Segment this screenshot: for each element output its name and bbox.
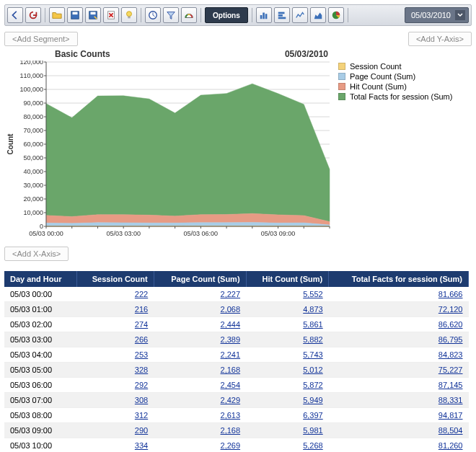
cell-session-link[interactable]: 292 bbox=[135, 381, 148, 389]
cell-session-link[interactable]: 334 bbox=[135, 441, 148, 450]
cell-total-link[interactable]: 87,145 bbox=[438, 381, 463, 389]
cell-hit-link[interactable]: 5,012 bbox=[303, 365, 323, 374]
bar-chart-button[interactable] bbox=[256, 7, 272, 23]
cell-hit: 5,268 bbox=[246, 438, 329, 453]
cell-hour: 05/03 10:00 bbox=[4, 438, 76, 453]
cell-page: 2,168 bbox=[154, 423, 246, 438]
cell-total-link[interactable]: 88,504 bbox=[438, 426, 463, 435]
cell-page-link[interactable]: 2,227 bbox=[221, 290, 241, 298]
cell-page: 2,269 bbox=[154, 438, 246, 453]
cell-total-link[interactable]: 94,817 bbox=[438, 411, 463, 420]
cell-page-link[interactable]: 2,454 bbox=[221, 381, 241, 389]
cell-session-link[interactable]: 312 bbox=[135, 411, 148, 420]
cell-hit-link[interactable]: 4,873 bbox=[303, 305, 323, 314]
legend-item: Hit Count (Sum) bbox=[338, 82, 472, 91]
svg-rect-10 bbox=[265, 14, 268, 19]
cell-hit-link[interactable]: 5,861 bbox=[303, 320, 323, 329]
cell-hit-link[interactable]: 5,743 bbox=[303, 350, 323, 359]
cell-page-link[interactable]: 2,444 bbox=[221, 320, 241, 329]
col-day-hour[interactable]: Day and Hour bbox=[4, 271, 76, 287]
cell-page-link[interactable]: 2,168 bbox=[221, 426, 241, 435]
svg-text:40,000: 40,000 bbox=[23, 168, 43, 175]
cell-hit-link[interactable]: 5,949 bbox=[303, 396, 323, 404]
svg-text:05/03 00:00: 05/03 00:00 bbox=[29, 230, 63, 237]
area-chart-button[interactable] bbox=[310, 7, 326, 23]
table-row: 05/03 07:003082,4295,94988,331 bbox=[4, 393, 469, 408]
cell-page-link[interactable]: 2,429 bbox=[221, 396, 241, 404]
table-row: 05/03 08:003122,6136,39794,817 bbox=[4, 408, 469, 423]
cell-session: 334 bbox=[76, 438, 154, 453]
cell-hour: 05/03 02:00 bbox=[4, 317, 76, 332]
cell-page-link[interactable]: 2,068 bbox=[221, 305, 241, 314]
cell-page-link[interactable]: 2,168 bbox=[221, 365, 241, 374]
table-row: 05/03 00:002222,2275,55281,666 bbox=[4, 287, 469, 302]
col-total[interactable]: Total Facts for session (Sum) bbox=[329, 271, 469, 287]
cell-session-link[interactable]: 266 bbox=[135, 335, 148, 344]
cell-session-link[interactable]: 216 bbox=[135, 305, 148, 314]
data-table: Day and Hour Session Count Page Count (S… bbox=[4, 271, 469, 452]
col-session[interactable]: Session Count bbox=[76, 271, 154, 287]
filter-button[interactable] bbox=[163, 7, 179, 23]
cell-total-link[interactable]: 72,120 bbox=[438, 305, 463, 314]
save-as-button[interactable] bbox=[85, 7, 101, 23]
cell-hit-link[interactable]: 5,552 bbox=[303, 290, 323, 298]
pie-chart-button[interactable] bbox=[328, 7, 344, 23]
cell-hour: 05/03 07:00 bbox=[4, 393, 76, 408]
cell-total-link[interactable]: 75,227 bbox=[438, 365, 463, 374]
col-page[interactable]: Page Count (Sum) bbox=[154, 271, 246, 287]
cell-total-link[interactable]: 81,666 bbox=[438, 290, 463, 298]
svg-text:0: 0 bbox=[40, 223, 43, 230]
svg-text:05/03 03:00: 05/03 03:00 bbox=[106, 230, 141, 237]
cell-total-link[interactable]: 86,795 bbox=[438, 335, 463, 344]
cell-page: 2,444 bbox=[154, 317, 246, 332]
clock-button[interactable] bbox=[145, 7, 161, 23]
line-chart-button[interactable] bbox=[292, 7, 308, 23]
cell-total-link[interactable]: 88,331 bbox=[438, 396, 463, 404]
back-button[interactable] bbox=[7, 7, 23, 23]
legend-label: Session Count bbox=[350, 62, 402, 71]
svg-rect-12 bbox=[278, 14, 283, 17]
options-button[interactable]: Options bbox=[205, 7, 248, 23]
add-segment-button[interactable]: <Add Segment> bbox=[4, 32, 78, 46]
cell-total: 87,145 bbox=[329, 378, 469, 393]
cell-page: 2,389 bbox=[154, 332, 246, 347]
cell-hit: 5,012 bbox=[246, 363, 329, 378]
refresh-button[interactable] bbox=[25, 7, 41, 23]
cell-session-link[interactable]: 290 bbox=[135, 426, 148, 435]
gauge-button[interactable] bbox=[181, 7, 197, 23]
cell-hit-link[interactable]: 5,882 bbox=[303, 335, 323, 344]
delete-button[interactable] bbox=[103, 7, 119, 23]
date-picker[interactable]: 05/03/2010 bbox=[405, 7, 469, 23]
cell-hit-link[interactable]: 6,397 bbox=[303, 411, 323, 420]
toolbar: Options 05/03/2010 bbox=[4, 4, 472, 26]
table-row: 05/03 03:002662,3895,88286,795 bbox=[4, 332, 469, 347]
col-hit[interactable]: Hit Count (Sum) bbox=[246, 271, 329, 287]
cell-session-link[interactable]: 328 bbox=[135, 365, 148, 374]
table-row: 05/03 04:002532,2415,74384,823 bbox=[4, 347, 469, 363]
cell-page: 2,168 bbox=[154, 363, 246, 378]
cell-hit: 5,981 bbox=[246, 423, 329, 438]
folder-open-button[interactable] bbox=[49, 7, 65, 23]
cell-page-link[interactable]: 2,241 bbox=[221, 350, 241, 359]
cell-session-link[interactable]: 222 bbox=[135, 290, 148, 298]
svg-text:90,000: 90,000 bbox=[23, 99, 43, 107]
cell-page-link[interactable]: 2,389 bbox=[221, 335, 241, 344]
cell-session-link[interactable]: 253 bbox=[135, 350, 148, 359]
add-y-axis-button[interactable]: <Add Y-Axis> bbox=[408, 32, 472, 46]
add-x-axis-button[interactable]: <Add X-Axis> bbox=[4, 247, 69, 261]
cell-session-link[interactable]: 274 bbox=[135, 320, 148, 329]
tip-button[interactable] bbox=[121, 7, 137, 23]
cell-hit-link[interactable]: 5,268 bbox=[303, 441, 323, 450]
cell-hit-link[interactable]: 5,981 bbox=[303, 426, 323, 435]
cell-total-link[interactable]: 84,823 bbox=[438, 350, 463, 359]
save-button[interactable] bbox=[67, 7, 83, 23]
cell-session-link[interactable]: 308 bbox=[135, 396, 148, 404]
hbar-chart-button[interactable] bbox=[274, 7, 290, 23]
table-row: 05/03 10:003342,2695,26881,260 bbox=[4, 438, 469, 453]
cell-hit-link[interactable]: 5,872 bbox=[303, 381, 323, 389]
cell-total-link[interactable]: 81,260 bbox=[438, 441, 463, 450]
cell-total-link[interactable]: 86,620 bbox=[438, 320, 463, 329]
chart-canvas: 010,00020,00030,00040,00050,00060,00070,… bbox=[4, 61, 332, 242]
cell-page-link[interactable]: 2,613 bbox=[221, 411, 241, 420]
cell-page-link[interactable]: 2,269 bbox=[221, 441, 241, 450]
